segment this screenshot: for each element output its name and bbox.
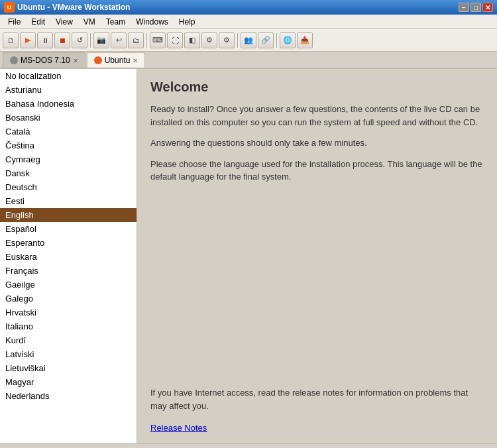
toolbar-sep3 — [237, 33, 238, 48]
tab-ubuntu-label: Ubuntu — [105, 56, 131, 65]
lang-item-hrvatski[interactable]: Hrvatski — [0, 306, 137, 319]
lang-item-nederlands[interactable]: Nederlands — [0, 389, 137, 403]
tab-msdos[interactable]: MS-DOS 7.10 ✕ — [3, 52, 85, 68]
lang-item-galego[interactable]: Galego — [0, 292, 137, 306]
menu-file[interactable]: File — [3, 16, 26, 28]
toolbar-sep1 — [90, 33, 91, 48]
menu-view[interactable]: View — [50, 16, 78, 28]
toolbar-fullscreen[interactable]: ⛶ — [167, 32, 183, 48]
toolbar-sep4 — [276, 33, 277, 48]
lang-item-magyar[interactable]: Magyar — [0, 375, 137, 389]
lang-item-asturianu[interactable]: Asturianu — [0, 83, 137, 97]
toolbar-new[interactable]: 🗋 — [3, 32, 19, 48]
lang-item-esperanto[interactable]: Esperanto — [0, 236, 137, 250]
content-para4: If you have Internet access, read the re… — [150, 386, 484, 412]
toolbar-send-ctrl-alt[interactable]: ⌨ — [150, 32, 166, 48]
toolbar-pref2[interactable]: ⚙ — [219, 32, 235, 48]
menu-vm[interactable]: VM — [78, 16, 101, 28]
toolbar-pause[interactable]: ⏸ — [37, 32, 53, 48]
toolbar-web2[interactable]: 📥 — [297, 32, 313, 48]
toolbar-power-on[interactable]: ▶ — [20, 32, 36, 48]
lang-item-français[interactable]: Français — [0, 264, 137, 278]
lang-item-català[interactable]: Català — [0, 125, 137, 139]
menu-windows[interactable]: Windows — [131, 16, 174, 28]
toolbar-stop[interactable]: ⏹ — [54, 32, 70, 48]
toolbar-reset[interactable]: ↺ — [72, 32, 87, 48]
lang-item-dansk[interactable]: Dansk — [0, 166, 137, 180]
main-area: No localizationAsturianuBahasa Indonesia… — [0, 69, 497, 443]
lang-item-italiano[interactable]: Italiano — [0, 319, 137, 333]
toolbar-teams2[interactable]: 🔗 — [258, 32, 274, 48]
lang-item-no-localization[interactable]: No localization — [0, 69, 137, 83]
app-icon: U — [4, 2, 15, 13]
close-button[interactable]: ✕ — [482, 3, 493, 12]
tab-ubuntu-close[interactable]: ✕ — [133, 57, 138, 64]
lang-item-bosanski[interactable]: Bosanski — [0, 111, 137, 125]
lang-item-deutsch[interactable]: Deutsch — [0, 180, 137, 194]
menu-team[interactable]: Team — [101, 16, 131, 28]
window-title: Ubuntu - VMware Workstation — [17, 3, 130, 12]
language-list[interactable]: No localizationAsturianuBahasa Indonesia… — [0, 69, 137, 443]
menu-edit[interactable]: Edit — [26, 16, 50, 28]
toolbar-unity[interactable]: ◧ — [184, 32, 200, 48]
tab-msdos-close[interactable]: ✕ — [73, 57, 78, 64]
lang-item-latviski[interactable]: Latviski — [0, 347, 137, 361]
menu-help[interactable]: Help — [174, 16, 201, 28]
toolbar-teams1[interactable]: 👥 — [241, 32, 256, 48]
tab-msdos-label: MS-DOS 7.10 — [21, 56, 70, 65]
toolbar-revert[interactable]: ↩ — [111, 32, 127, 48]
content-para1: Ready to install? Once you answer a few … — [150, 103, 484, 129]
lang-item-eesti[interactable]: Eesti — [0, 194, 137, 208]
tab-ubuntu-icon — [94, 56, 102, 64]
window-controls: − □ ✕ — [459, 3, 493, 12]
content-panel: Welcome Ready to install? Once you answe… — [137, 69, 497, 443]
toolbar-web1[interactable]: 🌐 — [280, 32, 296, 48]
lang-item-lietuviškai[interactable]: Lietuviškai — [0, 361, 137, 375]
title-bar: U Ubuntu - VMware Workstation − □ ✕ — [0, 0, 497, 15]
menu-bar: File Edit View VM Team Windows Help — [0, 15, 497, 29]
tab-msdos-icon — [10, 56, 18, 64]
tab-ubuntu[interactable]: Ubuntu ✕ — [87, 52, 146, 68]
toolbar: 🗋 ▶ ⏸ ⏹ ↺ 📷 ↩ 🗂 ⌨ ⛶ ◧ ⚙ ⚙ 👥 🔗 🌐 📥 — [0, 29, 497, 52]
lang-item-gaeilge[interactable]: Gaeilge — [0, 278, 137, 292]
tab-bar: MS-DOS 7.10 ✕ Ubuntu ✕ — [0, 52, 497, 69]
toolbar-sep2 — [146, 33, 147, 48]
content-para2: Answering the questions should only take… — [150, 137, 484, 150]
lang-item-cymraeg[interactable]: Cymraeg — [0, 152, 137, 166]
lang-item-čeština[interactable]: Čeština — [0, 139, 137, 152]
maximize-button[interactable]: □ — [470, 3, 481, 12]
lang-item-euskara[interactable]: Euskara — [0, 250, 137, 264]
content-para3: Please choose the language used for the … — [150, 158, 484, 184]
footer-bar: Step 1 of 6 Quit Back Forward — [0, 443, 497, 448]
toolbar-snapshot-mgr[interactable]: 🗂 — [128, 32, 144, 48]
lang-item-bahasa-indonesia[interactable]: Bahasa Indonesia — [0, 97, 137, 111]
language-panel: No localizationAsturianuBahasa Indonesia… — [0, 69, 137, 443]
minimize-button[interactable]: − — [459, 3, 469, 12]
lang-item-español[interactable]: Español — [0, 222, 137, 236]
release-notes-link[interactable]: Release Notes — [150, 423, 207, 433]
welcome-title: Welcome — [150, 80, 484, 95]
lang-item-english[interactable]: English — [0, 208, 137, 222]
toolbar-snapshot[interactable]: 📷 — [93, 32, 109, 48]
toolbar-pref1[interactable]: ⚙ — [201, 32, 217, 48]
lang-item-kurdî[interactable]: Kurdî — [0, 333, 137, 347]
